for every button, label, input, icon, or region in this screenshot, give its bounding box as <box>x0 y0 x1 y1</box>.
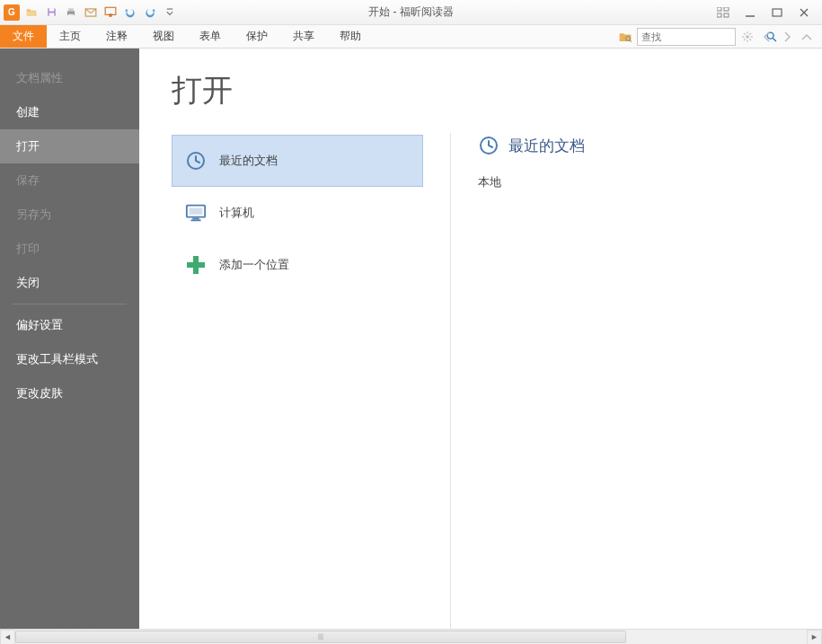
scroll-right-button[interactable]: ► <box>807 630 822 645</box>
ribbon-display-options-button[interactable] <box>714 5 732 20</box>
svg-line-24 <box>744 32 746 34</box>
svg-rect-34 <box>187 262 205 268</box>
tab-form[interactable]: 表单 <box>187 25 234 48</box>
svg-line-26 <box>744 39 746 40</box>
tab-share[interactable]: 共享 <box>280 25 327 48</box>
location-label: 最近的文档 <box>219 153 278 169</box>
settings-gear-icon[interactable] <box>739 29 756 45</box>
location-computer[interactable]: 计算机 <box>172 187 423 239</box>
svg-line-16 <box>630 40 632 41</box>
recent-documents-column: 最近的文档 本地 <box>478 70 585 629</box>
sidebar-item-doc-properties[interactable]: 文档属性 <box>0 61 139 95</box>
qat-mail-button[interactable] <box>83 4 99 21</box>
svg-rect-10 <box>724 7 729 11</box>
nav-next-button[interactable] <box>779 29 795 45</box>
svg-rect-14 <box>773 9 782 16</box>
svg-rect-30 <box>190 207 203 214</box>
window-close-button[interactable] <box>795 5 813 20</box>
sidebar-item-close[interactable]: 关闭 <box>0 266 139 300</box>
tab-view[interactable]: 视图 <box>140 25 187 48</box>
tab-home[interactable]: 主页 <box>47 25 93 48</box>
location-recent-documents[interactable]: 最近的文档 <box>172 135 423 187</box>
qat-redo-button[interactable] <box>142 4 158 21</box>
sidebar-item-open[interactable]: 打开 <box>0 129 139 163</box>
scroll-track[interactable] <box>15 630 807 645</box>
sidebar-item-create[interactable]: 创建 <box>0 95 139 129</box>
svg-rect-12 <box>724 13 729 17</box>
qat-save-button[interactable] <box>43 4 59 21</box>
svg-line-27 <box>749 32 751 34</box>
window-minimize-button[interactable] <box>741 5 759 20</box>
ribbon-tabs: 文件 主页 注释 视图 表单 保护 共享 帮助 <box>0 25 822 49</box>
title-bar: G 开始 - 福昕阅读器 <box>0 0 822 25</box>
sidebar-item-preferences[interactable]: 偏好设置 <box>0 308 139 342</box>
svg-rect-32 <box>190 219 200 221</box>
recent-documents-header: 最近的文档 <box>478 135 585 156</box>
qat-open-button[interactable] <box>23 4 40 21</box>
location-list: 最近的文档 计算机 添加一个位置 <box>172 135 423 291</box>
qat-customize-button[interactable] <box>162 4 178 21</box>
sidebar-item-change-toolbar-mode[interactable]: 更改工具栏模式 <box>0 342 139 376</box>
svg-rect-1 <box>49 13 53 16</box>
location-label: 计算机 <box>219 205 254 221</box>
search-box[interactable] <box>637 28 736 46</box>
scroll-left-button[interactable]: ◄ <box>0 630 15 645</box>
scroll-thumb[interactable] <box>15 631 626 643</box>
svg-rect-31 <box>192 218 199 220</box>
tab-file[interactable]: 文件 <box>0 25 47 48</box>
tab-help[interactable]: 帮助 <box>327 25 374 48</box>
clock-icon <box>478 135 499 156</box>
qat-screenshot-button[interactable] <box>102 4 119 21</box>
svg-point-19 <box>746 35 749 39</box>
tab-comment[interactable]: 注释 <box>93 25 140 48</box>
find-folder-icon[interactable] <box>617 29 633 45</box>
tab-protect[interactable]: 保护 <box>234 25 280 48</box>
nav-prev-button[interactable] <box>759 29 775 45</box>
computer-icon <box>185 202 207 224</box>
recent-local-label: 本地 <box>478 174 585 190</box>
svg-rect-0 <box>49 8 53 11</box>
sidebar-item-save[interactable]: 保存 <box>0 163 139 198</box>
file-sidebar: 文档属性 创建 打开 保存 另存为 打印 关闭 偏好设置 更改工具栏模式 更改皮… <box>0 49 139 629</box>
sidebar-item-save-as[interactable]: 另存为 <box>0 198 139 232</box>
sidebar-item-change-skin[interactable]: 更改皮肤 <box>0 376 139 410</box>
svg-rect-6 <box>105 7 116 14</box>
location-label: 添加一个位置 <box>219 257 289 273</box>
sidebar-separator <box>13 304 127 304</box>
svg-rect-9 <box>717 7 721 11</box>
page-heading: 打开 <box>172 70 423 111</box>
svg-rect-11 <box>717 13 721 17</box>
open-panel: 打开 最近的文档 计算机 <box>139 49 822 629</box>
add-place-icon <box>185 254 207 276</box>
qat-print-button[interactable] <box>63 4 79 21</box>
svg-rect-4 <box>68 13 74 16</box>
backstage-body: 文档属性 创建 打开 保存 另存为 打印 关闭 偏好设置 更改工具栏模式 更改皮… <box>0 49 822 629</box>
app-logo-icon: G <box>4 4 20 21</box>
window-maximize-button[interactable] <box>768 5 786 20</box>
svg-rect-7 <box>109 13 112 17</box>
recent-documents-title: 最近的文档 <box>508 136 585 156</box>
sidebar-item-print[interactable]: 打印 <box>0 232 139 266</box>
horizontal-scrollbar[interactable]: ◄ ► <box>0 629 822 644</box>
quick-access-toolbar: G <box>0 4 178 21</box>
open-locations-column: 打开 最近的文档 计算机 <box>172 70 423 629</box>
svg-rect-3 <box>68 8 74 11</box>
clock-icon <box>185 150 207 172</box>
qat-undo-button[interactable] <box>122 4 138 21</box>
collapse-ribbon-button[interactable] <box>799 29 815 45</box>
location-add-place[interactable]: 添加一个位置 <box>172 239 423 291</box>
ribbon-right-tools <box>617 25 822 48</box>
svg-line-25 <box>749 39 751 40</box>
column-divider <box>450 133 451 636</box>
window-controls <box>714 5 822 20</box>
